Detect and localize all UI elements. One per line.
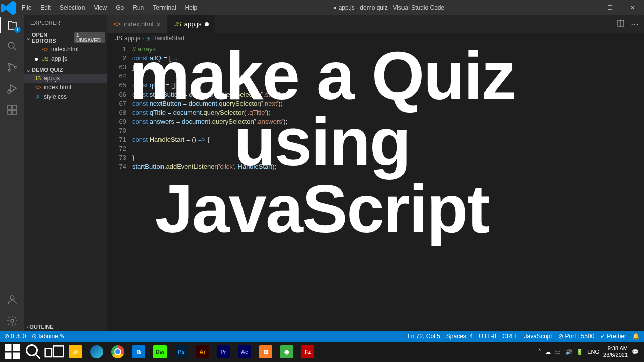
project-file-item[interactable]: <>index.html [24,83,107,92]
editor-tab[interactable]: <>index.html× [107,15,168,33]
start-button[interactable] [2,343,22,361]
search-icon[interactable] [6,40,18,52]
fold-icon[interactable]: › [123,54,125,63]
editor-tab[interactable]: JSapp.js [168,15,215,33]
close-button[interactable]: ✕ [621,0,644,15]
file-explorer-icon[interactable]: 📁 [65,343,86,361]
editor-tabs: <>index.html×JSapp.js ⋯ [107,15,644,33]
status-language[interactable]: JavaScript [524,333,552,340]
camtasia-icon[interactable]: ◉ [277,343,297,361]
status-prettier[interactable]: ✓ Prettier [600,333,626,340]
outline-header[interactable]: › OUTLINE [24,323,107,331]
chevron-down-icon: ⌄ [26,67,30,73]
menu-view[interactable]: View [90,2,111,13]
status-spaces[interactable]: Spaces: 4 [446,333,473,340]
sidebar: EXPLORER ⋯ ⌄ OPEN EDITORS 1 UNSAVED <>in… [24,15,107,331]
svg-rect-7 [8,110,12,114]
menu-run[interactable]: Run [129,2,148,13]
titlebar: FileEditSelectionViewGoRunTerminalHelp ●… [0,0,644,15]
status-port[interactable]: ⊘ Port : 5500 [558,333,595,340]
menu-file[interactable]: File [18,2,35,13]
project-file-item[interactable]: JSapp.js [24,74,107,83]
explorer-badge: 1 [14,27,21,33]
svg-rect-18 [53,346,63,357]
tray-cloud-icon[interactable]: ☁ [545,349,551,355]
status-errors[interactable]: ⊘ 0 ⚠ 0 [4,333,26,340]
unsaved-badge: 1 UNSAVED [74,32,105,43]
status-notifications-icon[interactable]: 🔔 [632,333,640,340]
svg-rect-5 [8,105,12,109]
debug-icon[interactable] [6,82,18,95]
minimap[interactable] [604,44,644,331]
breadcrumb[interactable]: JS app.js › ⊞ HandleStart [107,33,644,44]
sidebar-more-icon[interactable]: ⋯ [96,19,101,26]
js-file-icon: JS [174,20,181,28]
status-encoding[interactable]: UTF-8 [479,333,496,340]
project-file-item[interactable]: #style.css [24,92,107,101]
menu-edit[interactable]: Edit [36,2,55,13]
aftereffects-icon[interactable]: Ae [234,343,255,361]
dreamweaver-icon[interactable]: Dw [150,343,170,361]
svg-rect-12 [5,344,12,351]
sidebar-title: EXPLORER [30,20,60,26]
svg-rect-6 [13,105,17,109]
js-file-icon: JS [115,35,122,42]
taskbar-search-icon[interactable] [23,343,43,361]
settings-icon[interactable] [6,315,18,327]
tray-chevron-icon[interactable]: ˄ [538,349,541,355]
editor-area: <>index.html×JSapp.js ⋯ JS app.js › ⊞ Ha… [107,15,644,331]
premiere-icon[interactable]: Pr [213,343,233,361]
tray-language[interactable]: ENG [587,349,599,355]
menu-selection[interactable]: Selection [56,2,89,13]
taskbar-clock[interactable]: 9:38 AM 23/6/2021 [603,345,628,358]
open-editors-header[interactable]: ⌄ OPEN EDITORS 1 UNSAVED [24,31,107,45]
maximize-button[interactable]: ☐ [599,0,621,15]
status-eol[interactable]: CRLF [502,333,518,340]
illustrator-icon[interactable]: Ai [192,343,212,361]
open-editor-item[interactable]: <>index.html [24,45,107,54]
status-position[interactable]: Ln 72, Col 5 [408,333,440,340]
modified-indicator: ● [34,55,39,63]
explorer-icon[interactable]: 1 [6,19,18,31]
activity-bar: 1 [0,15,24,331]
svg-point-10 [11,319,14,322]
svg-point-9 [10,296,14,300]
more-actions-icon[interactable]: ⋯ [631,19,639,29]
svg-rect-13 [13,344,20,351]
account-icon[interactable] [6,294,18,306]
svg-point-1 [8,63,10,65]
vscode-taskbar-icon[interactable]: ⧉ [129,343,149,361]
menu-go[interactable]: Go [112,2,128,13]
editor-content[interactable]: 12636465666768697071727374 // arrays›con… [107,44,644,331]
status-bar: ⊘ 0 ⚠ 0 ⊙ tabnine ✎ Ln 72, Col 5 Spaces:… [0,331,644,342]
chevron-right-icon: › [26,324,28,330]
open-editor-item[interactable]: ●JSapp.js [24,54,107,64]
edge-icon[interactable] [87,343,107,361]
photoshop-icon[interactable]: Ps [171,343,191,361]
svg-point-2 [8,69,10,71]
tray-volume-icon[interactable]: 🔊 [565,349,572,355]
svg-rect-17 [45,348,52,357]
taskview-icon[interactable] [44,343,64,361]
notifications-icon[interactable]: 💬 [632,349,639,355]
menu-terminal[interactable]: Terminal [149,2,180,13]
split-editor-icon[interactable] [617,19,625,29]
source-control-icon[interactable] [6,61,18,73]
minimize-button[interactable]: ─ [576,0,599,15]
close-tab-icon[interactable]: × [156,20,160,28]
html-file-icon: <> [113,20,121,28]
chrome-icon[interactable] [108,343,128,361]
vscode-logo-icon [0,0,18,17]
filezilla-icon[interactable]: Fz [298,343,318,361]
html-file-icon: <> [42,46,49,52]
html-file-icon: <> [34,84,41,90]
extensions-icon[interactable] [6,104,18,116]
menu-help[interactable]: Help [181,2,202,13]
project-header[interactable]: ⌄ DEMO QUIZ [24,66,107,74]
modified-dot-icon [205,22,209,26]
chevron-down-icon: ⌄ [26,35,30,41]
status-tabnine[interactable]: ⊙ tabnine ✎ [32,333,64,340]
tray-battery-icon[interactable]: 🔋 [576,349,583,355]
tray-wifi-icon[interactable]: ⚍ [555,348,561,356]
xampp-icon[interactable]: ⊞ [256,343,276,361]
